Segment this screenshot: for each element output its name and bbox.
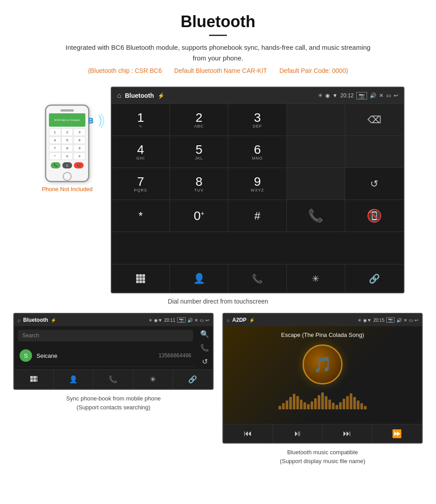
pb-person-btn[interactable]: 👤 <box>54 370 93 389</box>
dial-key-8[interactable]: 8 TUV <box>170 168 228 200</box>
pb-usb-icon: ⚡ <box>51 318 56 323</box>
contact-name: Seicane <box>36 352 159 359</box>
dial-sub: WXYZ <box>250 188 264 192</box>
dial-key-star[interactable]: * <box>112 200 170 232</box>
phonebook-avatar: S <box>20 349 32 362</box>
main-section: M:20 Add to Contacts 1 2 3 4 5 6 7 8 9 *… <box>0 87 436 293</box>
phone-key: 2 <box>61 128 73 136</box>
dial-key-1[interactable]: 1 ∿ <box>112 104 170 136</box>
dial-num: 7 <box>137 176 144 188</box>
phone-key: 9 <box>73 144 85 152</box>
music-screenshot: ⌂ A2DP ⚡ ✳ ◉▼ 20:15 📷 🔊 ✕ ▭ ↩ Escape (Th… <box>222 313 423 465</box>
dial-key-3[interactable]: 3 DEF <box>228 104 287 136</box>
visualizer-bar <box>282 403 285 409</box>
ms-cam-icon: 📷 <box>386 317 395 323</box>
visualizer-bar <box>286 400 288 409</box>
visualizer-bar <box>303 402 306 409</box>
music-status-bar: ⌂ A2DP ⚡ ✳ ◉▼ 20:15 📷 🔊 ✕ ▭ ↩ <box>223 314 422 326</box>
dial-sub: PQRS <box>134 188 147 192</box>
music-content: Escape (The Pina Colada Song) 🎵 <box>223 326 422 424</box>
phone-nav-icon: 📞 <box>109 375 117 384</box>
reload-button[interactable]: ↺ <box>345 168 404 200</box>
dial-key-0[interactable]: 0+ <box>170 200 228 232</box>
song-title: Escape (The Pina Colada Song) <box>281 332 364 338</box>
bt-name-spec: Default Bluetooth Name CAR-KIT <box>174 67 267 74</box>
dial-key-7[interactable]: 7 PQRS <box>112 168 170 200</box>
link-nav-icon: 🔗 <box>188 375 197 384</box>
prev-track-btn[interactable]: ⏮ <box>223 424 273 443</box>
contacts-nav-btn[interactable]: 👤 <box>170 264 228 292</box>
phonebook-right-icons: 🔍 📞 ↺ <box>197 326 213 369</box>
ms-usb-icon: ⚡ <box>249 318 254 323</box>
pb-bt-icon: ✳ <box>149 318 152 323</box>
phonebook-bottom-nav: 👤 📞 ✳ 🔗 <box>14 369 213 389</box>
end-call-button[interactable]: 📵 <box>345 200 404 232</box>
next-track-btn[interactable]: ⏭ <box>323 424 372 443</box>
visualizer-bar <box>346 396 349 409</box>
link-icon: 🔗 <box>369 273 380 284</box>
dial-num: 4 <box>137 144 144 156</box>
svg-rect-13 <box>33 379 36 382</box>
back-icon: ↩ <box>394 92 398 99</box>
bluetooth-nav-btn[interactable]: ✳ <box>287 264 345 292</box>
pb-status-left: ⌂ Bluetooth ⚡ <box>18 317 56 323</box>
close-icon: ✕ <box>379 92 384 99</box>
location-icon: ◉ <box>325 92 330 99</box>
skip-btn[interactable]: ⏩ <box>372 424 422 443</box>
dial-empty-3 <box>345 136 404 168</box>
pb-bt-btn[interactable]: ✳ <box>133 370 173 389</box>
visualizer-bar <box>300 400 303 409</box>
phonebook-caption: Sync phone-book from mobile phone(Suppor… <box>66 394 161 412</box>
dial-key-hash[interactable]: # <box>228 200 287 232</box>
phone-nav-btn[interactable]: 📞 <box>228 264 287 292</box>
dial-key-6[interactable]: 6 MNO <box>228 136 287 168</box>
dial-num: 1 <box>137 112 144 124</box>
dial-sub: ABC <box>194 124 204 128</box>
phonebook-screen: ⌂ Bluetooth ⚡ ✳ ◉▼ 20:11 📷 🔊 ✕ ▭ ↩ <box>13 313 214 390</box>
pb-grid-btn[interactable] <box>14 370 54 389</box>
status-title: Bluetooth <box>125 92 154 99</box>
call-button[interactable]: 📞 <box>287 200 345 232</box>
phone-key: 7 <box>49 144 61 152</box>
svg-rect-3 <box>142 274 145 277</box>
backspace-button[interactable]: ⌫ <box>345 104 404 136</box>
phonebook-search-bar[interactable]: Search <box>18 330 193 341</box>
page-title: Bluetooth <box>9 12 427 31</box>
keypad-nav-btn[interactable] <box>112 264 170 292</box>
signal-icon: ▼ <box>332 92 338 99</box>
music-caption: Bluetooth music compatible(Support displ… <box>280 448 365 465</box>
phone-end-space: 0 <box>62 162 72 168</box>
home-icon: ⌂ <box>117 92 121 100</box>
sync-icon[interactable]: ↺ <box>202 357 208 366</box>
phone-speaker <box>61 109 74 112</box>
dial-key-2[interactable]: 2 ABC <box>170 104 228 136</box>
phonebook-main: Search S Seicane 13566664466 <box>14 326 197 369</box>
bt-status-icon: ✳ <box>318 92 323 99</box>
dial-key-5[interactable]: 5 JKL <box>170 136 228 168</box>
dial-key-9[interactable]: 9 WXYZ <box>228 168 287 200</box>
search-icon[interactable]: 🔍 <box>200 330 209 338</box>
phone-small-icon[interactable]: 📞 <box>200 344 209 352</box>
link-nav-btn[interactable]: 🔗 <box>345 264 404 292</box>
phonebook-entry: S Seicane 13566664466 <box>14 345 197 367</box>
visualizer-bar <box>289 397 292 409</box>
ms-title: A2DP <box>232 317 246 323</box>
phone-key: 5 <box>61 136 73 144</box>
pb-signal-icon: ◉▼ <box>154 318 162 323</box>
visualizer-bar <box>357 400 359 409</box>
dial-num: 8 <box>196 176 203 188</box>
visualizer-bar <box>339 402 342 409</box>
pb-link-btn[interactable]: 🔗 <box>173 370 213 389</box>
ms-vol-icon: 🔊 <box>396 318 402 323</box>
phone-screen-text: M:20 Add to Contacts <box>54 119 80 121</box>
play-pause-btn[interactable]: ⏯ <box>273 424 323 443</box>
dial-key-4[interactable]: 4 GHI <box>112 136 170 168</box>
svg-rect-15 <box>36 379 37 382</box>
pb-phone-btn[interactable]: 📞 <box>93 370 133 389</box>
phone-keypad: 1 2 3 4 5 6 7 8 9 * 0 # <box>49 128 85 160</box>
visualizer-bar <box>325 396 327 409</box>
phone-not-included-label: Phone Not Included <box>42 186 93 192</box>
dial-num: 0+ <box>194 210 204 222</box>
skip-icon: ⏩ <box>392 429 402 439</box>
phone-call-btn: 📞 <box>51 162 61 168</box>
